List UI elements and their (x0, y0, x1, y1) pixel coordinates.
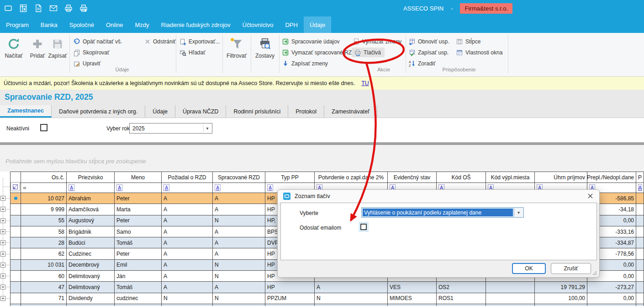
row-indicator-cell[interactable] (11, 226, 21, 237)
resize-grip[interactable] (592, 271, 597, 275)
table-cell[interactable] (636, 248, 644, 259)
row-expander[interactable]: + (0, 207, 5, 212)
mail-icon[interactable] (48, 3, 59, 14)
row-expander[interactable]: + (0, 285, 5, 290)
remove-button[interactable]: Odstrániť (144, 37, 176, 46)
tab-zamestnavatel[interactable]: Zamestnávateľ (324, 105, 377, 118)
tab-udaje[interactable]: Údaje (145, 105, 175, 118)
table-cell[interactable]: Adamčíková (67, 204, 115, 215)
table-cell[interactable] (67, 304, 115, 306)
table-cell[interactable]: 55 (21, 215, 67, 226)
table-cell[interactable]: A (162, 271, 213, 281)
column-filter-cell[interactable]: A (162, 183, 213, 193)
table-cell[interactable]: Dividendy (67, 293, 115, 304)
table-cell[interactable]: A (162, 215, 213, 226)
row-expander[interactable]: + (0, 218, 5, 223)
column-header[interactable]: Os.č. (21, 172, 67, 183)
table-cell[interactable]: N (162, 293, 213, 304)
table-cell[interactable] (437, 304, 486, 306)
table-cell[interactable]: 10 031 (21, 260, 67, 270)
row-indicator-cell[interactable] (11, 304, 21, 306)
table-cell[interactable] (636, 204, 644, 215)
table-cell[interactable]: 71 (21, 293, 67, 304)
column-filter-cell[interactable]: A (67, 183, 115, 193)
table-cell[interactable]: 60 (21, 271, 67, 281)
write-changes-button[interactable]: Zapísať zmeny (282, 59, 328, 68)
reports-button[interactable]: Zostavy (252, 35, 278, 59)
table-cell[interactable]: ROS1 (437, 293, 486, 304)
table-cell[interactable]: 0,00 (587, 293, 636, 304)
table-cell[interactable]: A (162, 193, 213, 204)
table-cell[interactable]: N (213, 260, 265, 270)
table-cell[interactable]: N (213, 271, 265, 281)
menu-item-uctovnictvo[interactable]: Účtovníctvo (237, 16, 280, 33)
row-expander[interactable]: + (0, 296, 5, 301)
close-icon[interactable] (586, 192, 594, 199)
column-filter-cell[interactable]: A (115, 183, 162, 193)
table-cell[interactable]: A (162, 204, 213, 215)
table-cell[interactable]: Ján (115, 271, 162, 281)
table-cell[interactable]: A (213, 248, 265, 259)
menu-item-banka[interactable]: Banka (35, 16, 63, 33)
row-indicator-cell[interactable] (11, 248, 21, 259)
table-cell[interactable]: Samo (115, 226, 162, 237)
window-properties-button[interactable]: Vlastnosti okna (456, 48, 502, 57)
table-cell[interactable]: 19 791,29 (535, 282, 587, 292)
filter-button[interactable]: Filtrovať (223, 35, 250, 59)
table-cell[interactable]: N (213, 293, 265, 304)
table-cell[interactable]: Marta (115, 204, 162, 215)
table-cell[interactable] (535, 304, 587, 306)
row-expander[interactable]: + (0, 229, 5, 234)
table-cell[interactable]: 100,00 (535, 293, 587, 304)
print-forms-button[interactable]: Tlačivá (352, 48, 385, 57)
clear-processed-rzd-button[interactable]: Vymazať spracované RZD (282, 48, 356, 57)
table-cell[interactable]: Augustový (67, 215, 115, 226)
table-cell[interactable]: A (213, 282, 265, 292)
column-filter-cell[interactable]: A (636, 183, 644, 193)
process-data-button[interactable]: Spracovanie údajov (282, 37, 339, 46)
print-icon[interactable] (63, 3, 74, 14)
table-cell[interactable]: Tomáš (115, 282, 162, 292)
form-select[interactable]: Vyhlásenie o poukázaní podielu zaplatene… (361, 207, 524, 218)
menu-item-udaje[interactable]: Údaje (304, 16, 331, 33)
table-cell[interactable]: VES (388, 282, 437, 292)
pdf-icon[interactable] (33, 3, 44, 14)
table-cell[interactable]: A (213, 193, 265, 204)
table-row[interactable] (11, 304, 644, 306)
table-cell[interactable]: N (315, 293, 388, 304)
cancel-button[interactable]: Zrušiť (551, 263, 591, 274)
table-cell[interactable]: A (162, 282, 213, 292)
table-cell[interactable]: A (162, 237, 213, 248)
table-cell[interactable]: Emil (115, 260, 162, 270)
table-cell[interactable] (636, 226, 644, 237)
column-header-partial[interactable]: P (636, 172, 644, 183)
table-cell[interactable]: cudzinec (115, 293, 162, 304)
table-cell[interactable]: Brigádnik (67, 226, 115, 237)
column-header[interactable]: Požiadal o RZD (162, 172, 213, 183)
column-header[interactable]: Potvrdenie o zapl.dane 2% (315, 172, 388, 183)
inactive-checkbox[interactable] (40, 124, 48, 131)
table-cell[interactable]: 62 (21, 248, 67, 259)
row-indicator-cell[interactable] (11, 260, 21, 270)
table-cell[interactable] (636, 237, 644, 248)
restore-layout-button[interactable]: Obnoviť usp. (408, 37, 449, 46)
table-cell[interactable] (162, 304, 213, 306)
ok-button[interactable]: OK (512, 263, 546, 274)
reload-all-button[interactable]: Opäť načítať vš. (73, 37, 122, 46)
table-cell[interactable]: Tomáš (115, 237, 162, 248)
table-cell[interactable] (21, 304, 67, 306)
table-cell[interactable]: 47 (21, 282, 67, 292)
columns-button[interactable]: Stĺpce (456, 37, 480, 46)
table-cell[interactable]: HP (265, 282, 315, 292)
column-header[interactable]: Priezvisko (67, 172, 115, 183)
row-indicator-cell[interactable] (11, 193, 21, 204)
column-header[interactable]: Úhrn príjmov (535, 172, 587, 183)
table-cell[interactable]: Cudzinec (67, 248, 115, 259)
table-cell[interactable]: A (162, 226, 213, 237)
row-expander[interactable]: + (0, 252, 5, 257)
menu-item-online[interactable]: Online (100, 16, 129, 33)
print-preview-icon[interactable] (78, 3, 89, 14)
table-cell[interactable]: PPZUM (265, 293, 315, 304)
row-expander[interactable]: + (0, 196, 5, 201)
save-button[interactable]: Zapísať (46, 35, 69, 59)
